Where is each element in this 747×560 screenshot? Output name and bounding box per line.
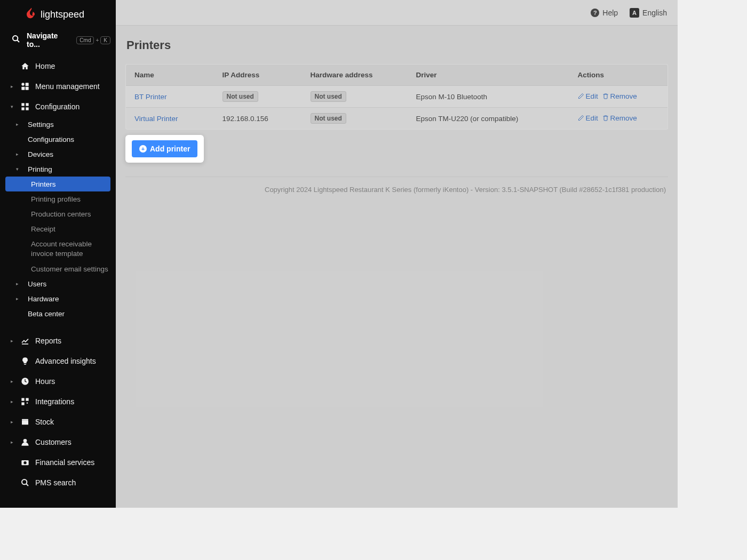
config-icon (20, 102, 30, 111)
add-printer-button[interactable]: + Add printer (132, 140, 197, 157)
table-header-row: Name IP Address Hardware address Driver … (126, 65, 668, 86)
printers-table: Name IP Address Hardware address Driver … (125, 64, 668, 130)
driver-cell: Epson TM-U220 (or compatible) (408, 108, 569, 130)
svg-rect-3 (26, 83, 29, 86)
nav-home[interactable]: ▸Home (0, 56, 116, 76)
nav-search[interactable]: Navigate to... Cmd + K (0, 27, 116, 56)
svg-rect-5 (26, 87, 29, 90)
content: Printers Name IP Address Hardware addres… (116, 26, 678, 206)
nav-menu-management[interactable]: ▸Menu management (0, 76, 116, 97)
hw-cell: Not used (302, 108, 408, 130)
nav-devices[interactable]: ▸Devices (0, 147, 116, 162)
help-icon: ? (591, 9, 599, 17)
nav-pms-search[interactable]: ▸PMS search (0, 473, 116, 493)
nav-printing[interactable]: ▾Printing (0, 162, 116, 177)
svg-point-0 (13, 36, 18, 41)
ip-cell: Not used (214, 86, 302, 108)
nav-receipt[interactable]: Receipt (0, 221, 116, 236)
page-title: Printers (125, 38, 668, 52)
svg-rect-12 (21, 398, 24, 401)
svg-rect-7 (26, 103, 28, 106)
svg-rect-9 (26, 107, 28, 110)
nav-reports[interactable]: ▸Reports (0, 331, 116, 351)
svg-rect-13 (26, 398, 28, 401)
nav-printing-profiles[interactable]: Printing profiles (0, 191, 116, 206)
nav-advanced-insights[interactable]: ▸Advanced insights (0, 351, 116, 371)
nav-ar-template[interactable]: Account receivable invoice template (0, 236, 116, 261)
ip-cell: 192.168.0.156 (214, 108, 302, 130)
col-hw: Hardware address (302, 65, 408, 86)
grid-icon (20, 82, 30, 91)
svg-rect-14 (21, 402, 24, 405)
integrations-icon (20, 397, 30, 406)
nav-financial-services[interactable]: ▸Financial services (0, 452, 116, 473)
nav-list: ▸Home ▸Menu management ▾Configuration (0, 56, 116, 117)
nav-production-centers[interactable]: Production centers (0, 206, 116, 221)
svg-point-17 (23, 439, 27, 443)
language-icon: A (630, 8, 639, 18)
nav-hardware[interactable]: ▸Hardware (0, 291, 116, 306)
brand-text: lightspeed (41, 9, 84, 20)
nav-configuration[interactable]: ▾Configuration (0, 97, 116, 117)
remove-action[interactable]: Remove (602, 114, 637, 122)
nav-beta-center[interactable]: Beta center (0, 306, 116, 321)
col-actions: Actions (569, 65, 668, 86)
add-printer-highlight: + Add printer (125, 135, 204, 163)
camera-icon (20, 458, 30, 467)
flame-icon (27, 7, 36, 22)
main: ? Help A English Printers Name IP Addres… (116, 0, 678, 508)
nav-settings[interactable]: ▸Settings (0, 117, 116, 132)
help-link[interactable]: ? Help (591, 9, 618, 17)
edit-action[interactable]: Edit (578, 114, 598, 122)
footer-text: Copyright 2024 Lightspeed Restaurant K S… (125, 177, 668, 194)
customers-icon (20, 438, 30, 446)
chart-icon (20, 337, 30, 345)
svg-line-1 (17, 40, 19, 42)
nav-search-label: Navigate to... (27, 31, 70, 49)
search-icon (12, 35, 20, 45)
nav-hours[interactable]: ▸Hours (0, 371, 116, 391)
table-row: Virtual Printer192.168.0.156Not usedEpso… (126, 108, 668, 130)
nav-printers[interactable]: Printers (5, 177, 110, 191)
sidebar: lightspeed Navigate to... Cmd + K ▸Home … (0, 0, 116, 508)
col-name: Name (126, 65, 214, 86)
table-row: BT PrinterNot usedNot usedEpson M-10 Blu… (126, 86, 668, 108)
col-ip: IP Address (214, 65, 302, 86)
nav-integrations[interactable]: ▸Integrations (0, 391, 116, 412)
svg-line-21 (26, 484, 28, 486)
home-icon (20, 62, 30, 70)
svg-point-20 (22, 479, 27, 484)
plus-icon: + (139, 145, 147, 153)
stock-icon (20, 418, 30, 426)
nav-users[interactable]: ▸Users (0, 276, 116, 291)
edit-action[interactable]: Edit (578, 92, 598, 100)
hw-cell: Not used (302, 86, 408, 108)
brand-logo: lightspeed (0, 0, 116, 27)
col-driver: Driver (408, 65, 569, 86)
svg-rect-8 (21, 107, 24, 110)
not-used-badge: Not used (311, 113, 346, 124)
nav-stock[interactable]: ▸Stock (0, 412, 116, 432)
bulb-icon (20, 357, 30, 365)
nav-customers[interactable]: ▸Customers (0, 432, 116, 452)
printer-name-link[interactable]: Virtual Printer (134, 115, 178, 123)
svg-point-2 (21, 83, 24, 85)
printer-name-link[interactable]: BT Printer (134, 93, 167, 101)
svg-rect-4 (21, 87, 25, 90)
kbd-shortcut: Cmd + K (76, 36, 110, 44)
svg-point-19 (23, 461, 26, 464)
clock-icon (20, 377, 30, 386)
svg-rect-16 (22, 419, 28, 421)
remove-action[interactable]: Remove (602, 92, 637, 100)
language-selector[interactable]: A English (630, 8, 667, 18)
not-used-badge: Not used (311, 91, 346, 102)
nav-email-settings[interactable]: Customer email settings (0, 261, 116, 276)
svg-rect-6 (21, 103, 24, 106)
svg-rect-15 (22, 420, 28, 425)
search-icon (20, 478, 30, 487)
nav-configurations[interactable]: Configurations (0, 132, 116, 147)
driver-cell: Epson M-10 Bluetooth (408, 86, 569, 108)
topbar: ? Help A English (116, 0, 678, 26)
not-used-badge: Not used (222, 91, 258, 102)
